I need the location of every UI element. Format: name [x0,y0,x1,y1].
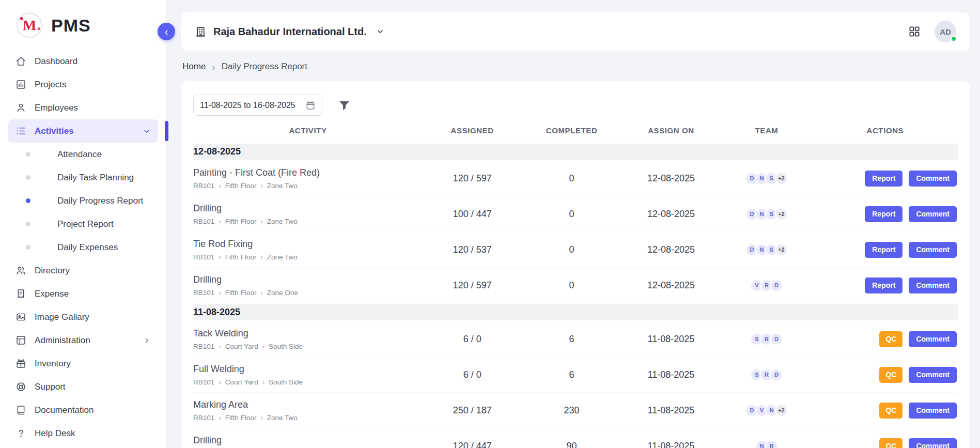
sidebar-item-expense[interactable]: Expense [8,282,158,305]
qc-button[interactable]: QC [879,331,903,347]
activity-name: Full Welding [193,364,423,375]
chevron-right-icon: › [219,253,221,261]
qc-button[interactable]: QC [879,403,903,419]
inventory-icon [15,358,26,369]
user-avatar[interactable]: AD [935,21,956,42]
sidebar-subitem-daily-progress-report[interactable]: Daily Progress Report [8,189,158,212]
sidebar-item-employees[interactable]: Employees [8,96,158,119]
topbar: Raja Bahadur International Ltd. AD [181,12,970,51]
path-segment: Zone Two [267,182,298,190]
path-segment: Zone Two [267,218,298,225]
activity-name: Tie Rod Fixing [193,239,423,250]
path-segment: Fifth Floor [225,253,257,261]
sidebar-item-inventory[interactable]: Inventory [8,352,158,375]
team-member-avatar[interactable]: D [770,368,783,381]
chevron-right-icon: › [219,218,221,225]
qc-button[interactable]: QC [879,367,903,383]
comment-button[interactable]: Comment [909,367,957,383]
sidebar-item-label: Administration [35,335,90,346]
team-extra-count[interactable]: +2 [775,172,788,185]
comment-button[interactable]: Comment [909,171,957,187]
assigned-value: 120 / 597 [423,173,522,184]
comment-button[interactable]: Comment [909,242,957,258]
sidebar-subitem-attendance[interactable]: Attendance [8,143,158,166]
actions-cell: QCComment [813,331,958,347]
sidebar-item-label: Help Desk [35,428,75,439]
sidebar-item-dashboard[interactable]: Dashboard [8,50,158,73]
path-segment: Zone Two [267,253,298,261]
completed-value: 6 [522,334,621,345]
team-cell: DVN+2 [721,404,813,417]
sidebar-item-help-desk[interactable]: Help Desk [8,422,158,445]
comment-button[interactable]: Comment [909,438,957,448]
report-button[interactable]: Report [865,242,903,258]
home-icon [15,56,26,67]
team-extra-count[interactable]: +2 [775,243,788,256]
sidebar-item-support[interactable]: Support [8,375,158,398]
help-icon [15,428,26,439]
actions-cell: ReportComment [813,171,958,187]
sidebar-item-directory[interactable]: Directory [8,259,158,282]
sidebar-item-image-gallary[interactable]: Image Gallary [8,305,158,329]
path-segment: Court Yard [225,378,258,386]
path-segment: South Side [269,343,303,350]
activity-cell: DrillingRB101›Fifth Floor›Zone One [193,274,423,297]
path-segment: RB101 [193,289,214,297]
team-cell: DNS+2 [721,172,813,185]
activity-cell: DrillingRB101›Fifth Floor›Zone Two [193,203,423,225]
column-header-team: TEAM [721,126,813,135]
projects-icon [15,79,26,90]
assign-on-date: 11-08-2025 [621,334,721,345]
breadcrumb-home[interactable]: Home [182,61,206,72]
comment-button[interactable]: Comment [909,403,957,419]
team-extra-count[interactable]: +2 [775,208,788,221]
company-selector[interactable]: Raja Bahadur International Ltd. [195,26,385,38]
assigned-value: 6 / 0 [423,369,522,380]
column-header-assigned: ASSIGNED [423,126,522,135]
team-extra-count[interactable]: +2 [775,404,788,417]
support-icon [15,381,26,392]
sidebar-item-projects[interactable]: Projects [8,73,158,96]
report-button[interactable]: Report [865,171,903,187]
sidebar-item-activities[interactable]: Activities [8,119,158,143]
date-range-value: 11-08-2025 to 16-08-2025 [200,101,295,110]
comment-button[interactable]: Comment [909,277,957,293]
team-member-avatar[interactable]: D [770,279,783,292]
report-button[interactable]: Report [865,206,903,222]
sidebar-collapse-button[interactable]: ‹ [158,23,175,40]
chevron-right-icon: › [219,414,221,422]
completed-value: 0 [522,173,621,184]
chevron-right-icon: › [212,62,215,72]
sidebar-item-administration[interactable]: Administration [8,329,158,352]
comment-button[interactable]: Comment [909,206,957,222]
chevron-down-icon [376,27,385,36]
assign-on-date: 11-08-2025 [621,369,721,380]
sidebar-subitem-label: Daily Task Planning [57,173,134,183]
path-segment: South Side [269,378,303,386]
team-member-avatar[interactable]: D [770,333,783,346]
assign-on-date: 11-08-2025 [621,441,721,448]
app-logo-row: M PMS [0,0,166,47]
table-row: DrillingRB101›Fifth Floor›Zone Two100 / … [193,196,958,232]
date-range-input[interactable]: 11-08-2025 to 16-08-2025 [193,95,322,116]
team-member-avatar[interactable]: R [765,440,778,448]
sidebar-subitem-daily-task-planning[interactable]: Daily Task Planning [8,166,158,189]
sidebar-item-label: Support [35,382,66,392]
filter-icon[interactable] [338,99,351,112]
directory-icon [15,265,26,276]
comment-button[interactable]: Comment [909,331,957,347]
sidebar-item-documentation[interactable]: Documentation [8,398,158,422]
sidebar-subitem-project-report[interactable]: Project Report [8,212,158,236]
sidebar-subitem-label: Attendance [57,149,102,160]
administration-icon [15,335,26,346]
completed-value: 0 [522,244,621,255]
table-header: ACTIVITYASSIGNEDCOMPLETEDASSIGN ONTEAMAC… [193,118,958,143]
report-button[interactable]: Report [865,277,903,293]
completed-value: 0 [522,209,621,220]
filter-row: 11-08-2025 to 16-08-2025 [193,95,958,116]
sidebar-subitem-daily-expenses[interactable]: Daily Expenses [8,236,158,259]
apps-grid-icon[interactable] [908,25,921,38]
documentation-icon [15,405,26,415]
assigned-value: 6 / 0 [423,334,522,345]
qc-button[interactable]: QC [879,438,903,448]
